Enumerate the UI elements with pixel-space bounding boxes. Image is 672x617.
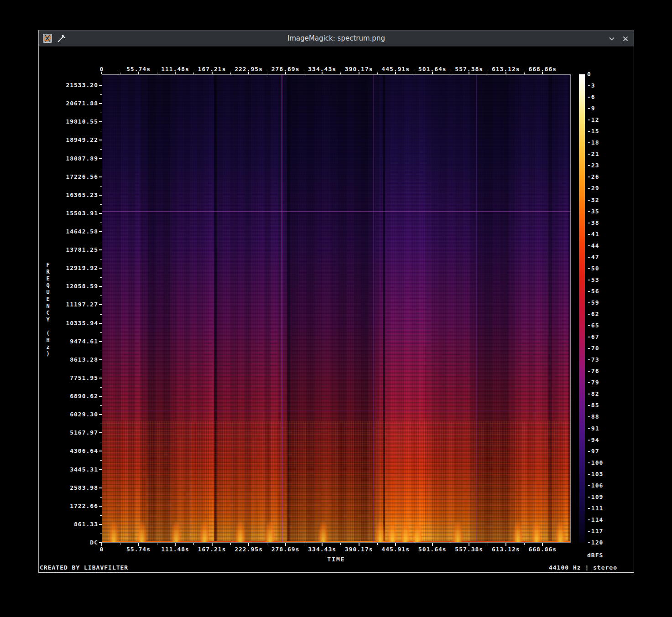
time-tick-label: 278.69s — [271, 546, 300, 553]
freq-minor-tick — [100, 534, 102, 534]
freq-tick-label: 1722.66 — [39, 503, 98, 509]
time-tick-mark — [212, 72, 213, 74]
dbfs-tick-label: 0 — [587, 71, 591, 78]
time-tick-mark — [469, 72, 469, 74]
dbfs-tick-label: -12 — [587, 116, 599, 123]
spectrogram-hotspot — [387, 521, 398, 542]
dbfs-unit-label: dBFS — [587, 552, 603, 559]
freq-tick-mark — [99, 359, 102, 360]
freq-minor-tick — [100, 405, 102, 406]
freq-tick-label: 16365.23 — [39, 192, 98, 198]
time-minor-tick — [524, 543, 525, 545]
freq-tick-mark — [99, 158, 102, 159]
freq-minor-tick — [100, 113, 102, 113]
time-tick-mark — [505, 72, 506, 74]
dbfs-tick-label: -35 — [587, 208, 599, 215]
spectrogram-hotspot — [531, 521, 542, 542]
dbfs-tick-label: -73 — [587, 356, 599, 363]
dbfs-tick-label: -50 — [587, 265, 599, 272]
dbfs-tick-label: -91 — [587, 425, 599, 432]
spectrogram-hotspot — [199, 521, 210, 542]
freq-minor-tick — [100, 424, 102, 424]
freq-minor-tick — [100, 332, 102, 333]
freq-minor-tick — [100, 515, 102, 516]
time-tick-mark — [138, 72, 139, 74]
dbfs-tick-label: -38 — [587, 219, 599, 226]
freq-minor-tick — [100, 497, 102, 498]
freq-tick-mark — [99, 487, 102, 488]
spectrogram-horizontal-line — [102, 410, 570, 411]
dbfs-tick-label: -18 — [587, 139, 599, 146]
dbfs-tick-label: -41 — [587, 231, 599, 238]
freq-minor-tick — [100, 223, 102, 223]
time-tick-label: 501.64s — [418, 546, 447, 553]
time-tick-mark — [285, 72, 286, 74]
time-tick-mark — [395, 72, 396, 74]
dbfs-tick-label: -3 — [587, 82, 595, 89]
time-minor-tick — [451, 543, 451, 545]
freq-minor-tick — [100, 131, 102, 131]
time-tick-mark — [248, 543, 249, 546]
time-tick-label: 111.48s — [161, 546, 189, 553]
freq-tick-mark — [99, 213, 102, 214]
time-tick-mark — [285, 543, 286, 546]
freq-tick-label: 3445.31 — [39, 466, 98, 473]
dbfs-tick-label: -29 — [587, 185, 599, 192]
time-tick-mark — [432, 543, 433, 546]
freq-tick-mark — [99, 286, 102, 287]
dbfs-tick-label: -65 — [587, 322, 599, 329]
dbfs-tick-label: -97 — [587, 448, 599, 455]
dbfs-tick-label: -114 — [587, 516, 603, 523]
time-tick-mark — [175, 543, 176, 546]
dbfs-tick-label: -56 — [587, 288, 599, 295]
time-minor-tick — [230, 73, 231, 74]
spectrogram-plot — [102, 74, 571, 543]
close-button[interactable] — [622, 35, 629, 42]
freq-tick-label: 18087.89 — [39, 155, 98, 162]
time-tick-label: 613.12s — [492, 546, 520, 553]
shade-button[interactable] — [608, 35, 615, 42]
time-tick-label: 668.86s — [528, 546, 557, 553]
time-minor-tick — [120, 543, 120, 545]
time-axis-title: TIME — [327, 556, 345, 563]
dbfs-tick-label: -100 — [587, 459, 603, 466]
time-tick-label: 55.74s — [126, 546, 151, 553]
freq-tick-mark — [99, 506, 102, 507]
freq-minor-tick — [100, 259, 102, 259]
spectrogram-hotspot — [171, 521, 182, 542]
freq-tick-mark — [99, 231, 102, 232]
spectrogram-hotspot — [513, 521, 523, 542]
stream-info-text: 44100 Hz ¦ stereo — [549, 564, 617, 571]
title-bar[interactable]: ImageMagick: spectrum.png — [39, 30, 634, 47]
freq-minor-tick — [100, 479, 102, 479]
time-tick-mark — [175, 72, 176, 74]
dbfs-tick-label: -70 — [587, 345, 599, 352]
time-tick-mark — [359, 72, 359, 74]
time-tick-label: 390.17s — [345, 546, 373, 553]
window-title: ImageMagick: spectrum.png — [39, 34, 634, 42]
time-tick-label: 167.21s — [198, 546, 226, 553]
spectrogram-horizontal-line — [102, 211, 570, 212]
time-minor-tick — [193, 73, 194, 74]
freq-tick-label: 12058.59 — [39, 283, 98, 290]
freq-tick-label: 20671.88 — [39, 100, 98, 107]
dbfs-colorbar — [579, 74, 585, 543]
dbfs-tick-label: -82 — [587, 390, 599, 397]
dbfs-tick-label: -21 — [587, 150, 599, 157]
dbfs-tick-label: -15 — [587, 128, 599, 135]
freq-tick-mark — [99, 121, 102, 122]
freq-tick-label: 9474.61 — [39, 338, 98, 345]
freq-tick-mark — [99, 103, 102, 104]
time-minor-tick — [488, 543, 488, 545]
dbfs-tick-label: -106 — [587, 482, 603, 489]
time-minor-tick — [304, 543, 304, 545]
freq-tick-label: 2583.98 — [39, 484, 98, 491]
time-minor-tick — [267, 543, 267, 545]
freq-minor-tick — [100, 387, 102, 388]
spectrogram-hotspot — [137, 521, 147, 542]
freq-minor-tick — [100, 149, 102, 150]
time-tick-mark — [505, 543, 506, 546]
time-tick-mark — [542, 72, 543, 74]
freq-minor-tick — [100, 94, 102, 95]
freq-tick-mark — [99, 268, 102, 269]
